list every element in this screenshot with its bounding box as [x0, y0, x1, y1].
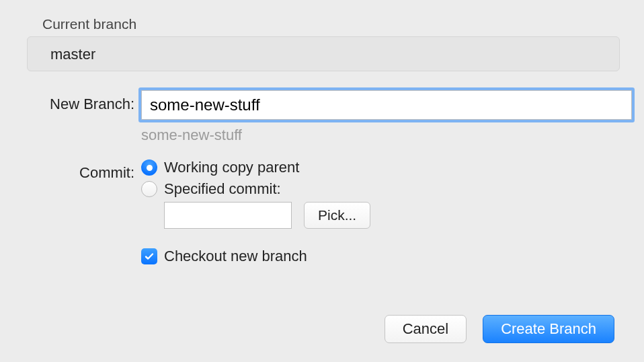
- current-branch-label: Current branch: [42, 16, 617, 32]
- radio-dot-icon: [141, 159, 157, 176]
- new-branch-label: New Branch:: [27, 90, 141, 113]
- radio-specified-label: Specified commit:: [164, 180, 281, 198]
- radio-specified-commit[interactable]: Specified commit:: [141, 180, 617, 198]
- commit-row: Commit: Working copy parent Specified co…: [27, 159, 617, 269]
- checkbox-checked-icon: [141, 248, 157, 264]
- dialog-footer: Cancel Create Branch: [385, 315, 614, 343]
- create-branch-button[interactable]: Create Branch: [483, 315, 614, 343]
- new-branch-row: New Branch: some-new-stuff: [27, 90, 617, 144]
- specified-commit-input[interactable]: [164, 202, 292, 229]
- pick-commit-button[interactable]: Pick...: [304, 202, 370, 229]
- new-branch-hint: some-new-stuff: [141, 126, 632, 144]
- commit-label: Commit:: [27, 159, 141, 182]
- radio-empty-icon: [141, 181, 157, 197]
- checkout-checkbox-label: Checkout new branch: [164, 248, 307, 265]
- checkout-checkbox-row[interactable]: Checkout new branch: [141, 248, 617, 265]
- cancel-button[interactable]: Cancel: [385, 315, 467, 343]
- create-branch-dialog: Current branch master New Branch: some-n…: [0, 0, 644, 362]
- current-branch-value: master: [27, 36, 620, 71]
- radio-working-copy-label: Working copy parent: [164, 159, 299, 176]
- new-branch-input[interactable]: [141, 90, 632, 120]
- radio-working-copy[interactable]: Working copy parent: [141, 159, 617, 176]
